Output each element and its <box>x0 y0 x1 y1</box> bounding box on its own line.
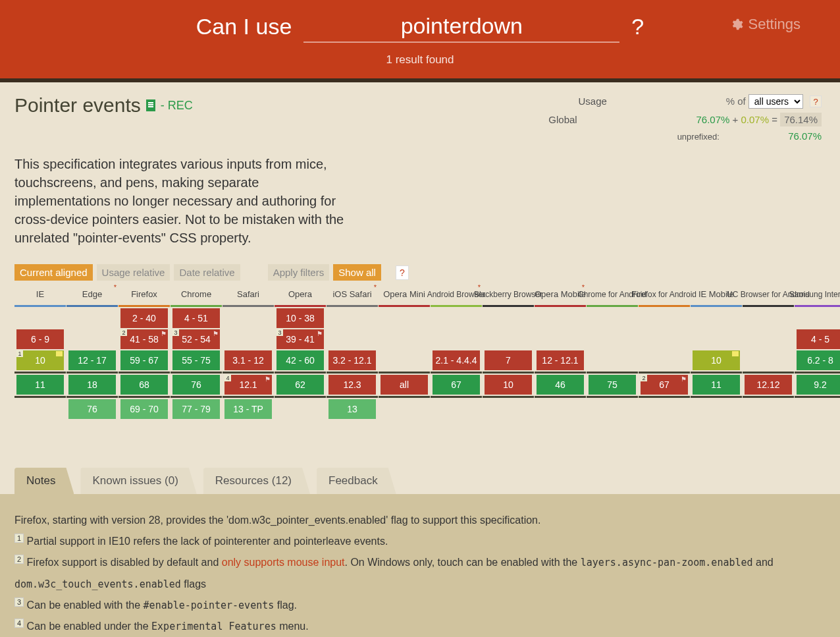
browser-header[interactable]: Firefox for Android <box>639 285 690 307</box>
version-cell[interactable]: 7 <box>485 350 532 370</box>
version-cell <box>485 308 532 328</box>
usage-relative-button[interactable]: Usage relative <box>97 264 171 281</box>
version-cell[interactable]: 12 - 12.1 <box>537 350 584 370</box>
browser-header[interactable]: Opera <box>275 285 326 307</box>
browser-header[interactable]: Safari <box>223 285 274 307</box>
note-indicator: 3 <box>172 329 179 336</box>
version-cell <box>485 329 532 349</box>
show-all-button[interactable]: Show all <box>333 264 381 281</box>
version-cell[interactable]: 4 - 51 <box>172 308 220 328</box>
version-cell[interactable]: 62 <box>276 375 324 395</box>
version-cell[interactable]: 12.3 <box>328 375 376 395</box>
version-cell[interactable]: 12.14⚑ <box>224 375 272 395</box>
version-cell[interactable]: 42 - 60 <box>276 350 324 370</box>
status-badge: - REC <box>161 99 193 113</box>
settings-link[interactable]: Settings <box>730 16 801 33</box>
global-label: Global <box>548 114 627 125</box>
version-cell <box>641 399 688 419</box>
note-indicator: 2 <box>641 375 647 381</box>
version-cell <box>328 308 376 328</box>
version-cell[interactable]: 11 <box>693 375 740 395</box>
version-cell <box>485 399 532 419</box>
tab-known-issues[interactable]: Known issues (0) <box>80 468 196 494</box>
version-cell[interactable]: 13 <box>328 399 376 419</box>
unprefixed-pct: 76.07% <box>788 130 822 142</box>
version-cell[interactable]: 67 <box>433 375 480 395</box>
version-cell[interactable]: 68 <box>120 375 168 395</box>
browser-header[interactable]: Chrome for Android <box>587 285 638 307</box>
version-cell <box>381 329 428 349</box>
result-count: 1 result found <box>0 53 840 67</box>
usage-help-button[interactable]: ? <box>810 96 822 107</box>
tab-resources[interactable]: Resources (12) <box>203 468 310 494</box>
browser-header[interactable]: Samsung Internet <box>795 285 840 307</box>
browser-header[interactable]: iOS Safari* <box>327 285 378 307</box>
version-cell <box>589 399 636 419</box>
version-cell[interactable]: 55 - 75 <box>172 350 220 370</box>
usage-scope-select[interactable]: all users <box>748 94 803 109</box>
browser-column: Opera10 - 3839 - 413⚑42 - 6062 <box>275 285 326 420</box>
note-2-link[interactable]: only supports mouse input <box>222 557 345 568</box>
version-cell[interactable]: 39 - 413⚑ <box>276 329 324 349</box>
version-cell <box>224 329 272 349</box>
version-cell[interactable]: 75 <box>589 375 636 395</box>
browser-header[interactable]: Chrome <box>171 285 222 307</box>
version-cell[interactable]: 13 - TP <box>224 399 272 419</box>
version-cell[interactable]: 69 - 70 <box>120 399 168 419</box>
version-cell[interactable]: 52 - 543⚑ <box>172 329 220 349</box>
browser-header[interactable]: Edge* <box>66 285 118 307</box>
search-input[interactable] <box>303 11 619 43</box>
version-cell <box>433 399 480 419</box>
version-cell[interactable]: 101 <box>16 350 64 370</box>
version-cell <box>537 329 584 349</box>
version-cell[interactable]: 10 <box>693 350 740 370</box>
toolbar-help-button[interactable]: ? <box>396 265 409 280</box>
version-cell[interactable]: 10 - 38 <box>276 308 324 328</box>
version-cell[interactable]: 672⚑ <box>641 375 688 395</box>
version-cell[interactable]: 12.12 <box>745 375 792 395</box>
version-cell[interactable]: 3.2 - 12.1 <box>328 350 376 370</box>
version-cell[interactable]: all <box>381 375 428 395</box>
version-cell[interactable]: 9.2 <box>797 375 840 395</box>
flag-icon: ⚑ <box>265 375 271 383</box>
date-relative-button[interactable]: Date relative <box>174 264 240 281</box>
feature-title: Pointer events <box>14 94 141 117</box>
browser-header[interactable]: Blackberry Browser <box>483 285 534 307</box>
tab-notes[interactable]: Notes <box>14 468 74 494</box>
browser-header[interactable]: Firefox <box>118 285 170 307</box>
version-cell[interactable]: 10 <box>485 375 532 395</box>
browser-column: IE6 - 910111 <box>14 285 66 420</box>
version-cell[interactable]: 2.1 - 4.4.4 <box>433 350 480 370</box>
version-cell[interactable]: 18 <box>68 375 116 395</box>
version-cell <box>745 350 792 370</box>
tab-feedback[interactable]: Feedback <box>317 468 396 494</box>
current-aligned-button[interactable]: Current aligned <box>14 264 93 281</box>
version-cell[interactable]: 46 <box>537 375 584 395</box>
version-cell <box>641 329 688 349</box>
question-mark: ? <box>631 14 644 40</box>
browser-header[interactable]: IE <box>14 285 66 307</box>
version-cell <box>641 350 688 370</box>
browser-column: UC Browser for Android12.12 <box>743 285 794 420</box>
prefix-icon <box>56 351 63 356</box>
note-ref-2: 2 <box>14 555 24 564</box>
version-cell[interactable]: 6 - 9 <box>16 329 64 349</box>
version-cell[interactable]: 12 - 17 <box>68 350 116 370</box>
browser-header[interactable]: Opera Mini <box>379 285 430 307</box>
version-cell[interactable]: 11 <box>16 375 64 395</box>
version-cell[interactable]: 59 - 67 <box>120 350 168 370</box>
browser-header[interactable]: UC Browser for Android <box>743 285 794 307</box>
version-cell[interactable]: 76 <box>172 375 220 395</box>
notes-panel: Firefox, starting with version 28, provi… <box>0 494 840 637</box>
version-cell[interactable]: 4 - 5 <box>797 329 840 349</box>
browser-column: Samsung Internet4 - 56.2 - 89.2 <box>795 285 840 420</box>
version-cell[interactable]: 76 <box>68 399 116 419</box>
version-cell[interactable]: 6.2 - 8 <box>797 350 840 370</box>
version-cell[interactable]: 2 - 40 <box>120 308 168 328</box>
apply-filters-button[interactable]: Apply filters <box>268 264 330 281</box>
version-cell[interactable]: 77 - 79 <box>172 399 220 419</box>
version-cell <box>693 329 740 349</box>
version-cell[interactable]: 3.1 - 12 <box>224 350 272 370</box>
version-cell[interactable]: 41 - 582⚑ <box>120 329 168 349</box>
browser-column: Edge*12 - 171876 <box>66 285 118 420</box>
